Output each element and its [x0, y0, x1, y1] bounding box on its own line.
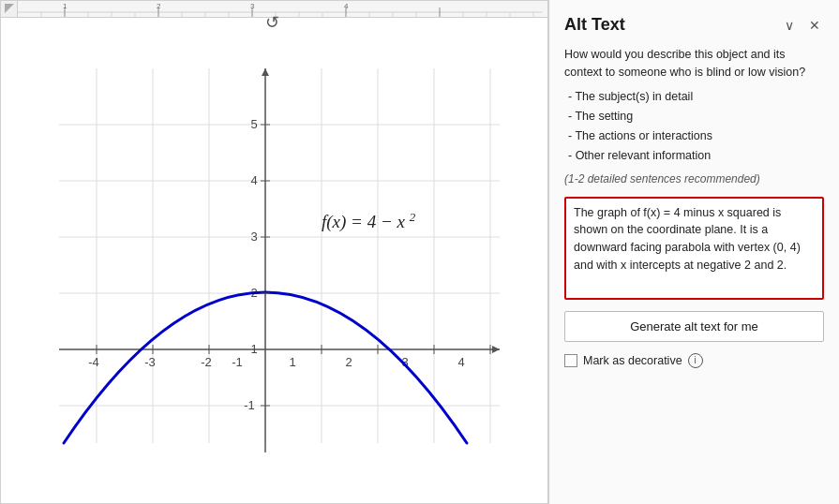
svg-text:-1: -1 [244, 398, 255, 412]
bullet-list: - The subject(s) in detail - The setting… [564, 87, 824, 167]
svg-text:1: 1 [63, 2, 67, 10]
ruler-corner [1, 1, 18, 18]
rotate-handle[interactable]: ↺ [265, 12, 279, 33]
bullet-text-4: - Other relevant information [568, 146, 711, 166]
canvas-area: 1 2 3 4 [0, 0, 548, 504]
description-text: How would you describe this object and i… [564, 46, 824, 82]
decorative-row: Mark as decorative i [564, 353, 824, 368]
svg-text:1: 1 [250, 342, 257, 356]
ruler-marks: 1 2 3 4 [18, 1, 547, 17]
panel-title: Alt Text [564, 15, 625, 35]
svg-text:3: 3 [250, 2, 255, 10]
svg-text:1: 1 [289, 355, 295, 369]
panel-header-icons: ∨ ✕ [781, 16, 824, 35]
bullet-item-2: - The setting [568, 107, 824, 126]
svg-marker-0 [5, 4, 14, 13]
graph-svg: -4 -3 -2 -1 1 2 3 4 5 4 3 2 1 -1 [31, 40, 518, 481]
info-icon[interactable]: i [688, 353, 703, 368]
panel-header: Alt Text ∨ ✕ [564, 15, 824, 35]
alt-text-textarea[interactable] [564, 197, 824, 300]
graph-wrapper: ↺ [31, 40, 518, 481]
generate-alt-text-button[interactable]: Generate alt text for me [564, 311, 824, 342]
svg-text:2: 2 [157, 2, 161, 10]
bullet-item-3: - The actions or interactions [568, 126, 824, 146]
decorative-label: Mark as decorative [583, 354, 682, 367]
svg-text:-4: -4 [88, 355, 99, 369]
bullet-text-1: - The subject(s) in detail [568, 87, 693, 107]
svg-text:-2: -2 [201, 355, 212, 369]
graph-container: ↺ [1, 18, 547, 503]
svg-text:-3: -3 [144, 355, 156, 369]
svg-text:4: 4 [344, 2, 349, 10]
svg-text:f(x) = 4 − x
          2: f(x) = 4 − x 2 [322, 210, 416, 233]
collapse-button[interactable]: ∨ [781, 16, 798, 35]
svg-text:4: 4 [457, 355, 464, 369]
svg-text:4: 4 [250, 173, 257, 187]
bullet-item-4: - Other relevant information [568, 146, 824, 166]
right-panel: Alt Text ∨ ✕ How would you describe this… [548, 0, 839, 504]
svg-text:2: 2 [345, 355, 352, 369]
decorative-checkbox[interactable] [564, 354, 577, 367]
close-button[interactable]: ✕ [805, 16, 824, 35]
bullet-item-1: - The subject(s) in detail [568, 87, 824, 107]
svg-text:3: 3 [250, 230, 257, 244]
bullet-text-2: - The setting [568, 107, 633, 126]
bullet-text-3: - The actions or interactions [568, 126, 712, 146]
svg-text:5: 5 [250, 117, 257, 131]
recommendation-text: (1-2 detailed sentences recommended) [564, 172, 824, 185]
svg-text:-1: -1 [232, 355, 243, 369]
